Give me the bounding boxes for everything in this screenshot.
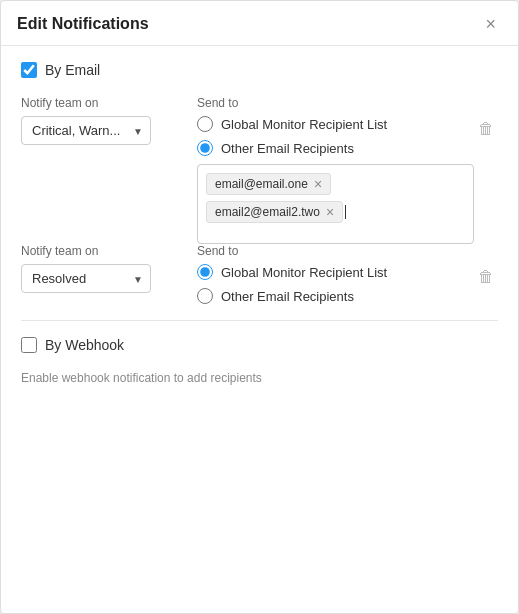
first-trash-icon[interactable]: 🗑 xyxy=(474,118,498,140)
email-tag-2-text: email2@email2.two xyxy=(215,205,320,219)
second-radio-global-row: Global Monitor Recipient List xyxy=(197,264,474,280)
email-tag-2: email2@email2.two × xyxy=(206,201,343,223)
second-notify-select[interactable]: Resolved Critical Warning Critical, Warn… xyxy=(21,264,151,293)
first-radio-global[interactable] xyxy=(197,116,213,132)
first-radio-other-label: Other Email Recipients xyxy=(221,141,354,156)
by-webhook-label: By Webhook xyxy=(45,337,124,353)
first-radio-group: Global Monitor Recipient List Other Emai… xyxy=(197,116,474,156)
email-tag-2-row: email2@email2.two × xyxy=(206,201,465,223)
second-notification-block: Notify team on Resolved Critical Warning… xyxy=(21,244,498,304)
webhook-section: By Webhook Enable webhook notification t… xyxy=(21,337,498,385)
first-notify-select[interactable]: Critical, Warn... Critical Warning Resol… xyxy=(21,116,151,145)
first-notify-label: Notify team on xyxy=(21,96,181,110)
email-checkbox-row: By Email xyxy=(21,62,498,78)
second-trash-icon[interactable]: 🗑 xyxy=(474,266,498,288)
second-radio-group: Global Monitor Recipient List Other Emai… xyxy=(197,264,474,304)
text-cursor xyxy=(345,205,346,219)
email-tag-2-close-icon[interactable]: × xyxy=(326,205,334,219)
second-radio-other[interactable] xyxy=(197,288,213,304)
email-tag-1-close-icon[interactable]: × xyxy=(314,177,322,191)
second-send-to-col: Send to Global Monitor Recipient List Ot… xyxy=(197,244,474,304)
dialog-title: Edit Notifications xyxy=(17,15,149,33)
close-button[interactable]: × xyxy=(479,13,502,35)
second-send-to-label: Send to xyxy=(197,244,474,258)
email-tag-1-text: email@email.one xyxy=(215,177,308,191)
email-tags-box[interactable]: email@email.one × email2@email2.two × xyxy=(197,164,474,244)
second-notification-section: Notify team on Resolved Critical Warning… xyxy=(21,244,474,304)
first-send-to-col: Send to Global Monitor Recipient List Ot… xyxy=(197,96,474,244)
first-radio-global-row: Global Monitor Recipient List xyxy=(197,116,474,132)
first-notification-block: Notify team on Critical, Warn... Critica… xyxy=(21,96,498,244)
first-notification-section: Notify team on Critical, Warn... Critica… xyxy=(21,96,474,244)
by-email-checkbox[interactable] xyxy=(21,62,37,78)
dialog-header: Edit Notifications × xyxy=(1,1,518,46)
second-select-wrapper: Resolved Critical Warning Critical, Warn… xyxy=(21,264,151,293)
email-tag-1: email@email.one × xyxy=(206,173,331,195)
first-notify-team-col: Notify team on Critical, Warn... Critica… xyxy=(21,96,181,145)
by-webhook-checkbox[interactable] xyxy=(21,337,37,353)
first-send-to-label: Send to xyxy=(197,96,474,110)
first-radio-global-label: Global Monitor Recipient List xyxy=(221,117,387,132)
by-email-label: By Email xyxy=(45,62,100,78)
first-select-wrapper: Critical, Warn... Critical Warning Resol… xyxy=(21,116,151,145)
second-notify-label: Notify team on xyxy=(21,244,181,258)
webhook-hint: Enable webhook notification to add recip… xyxy=(21,371,498,385)
webhook-checkbox-row: By Webhook xyxy=(21,337,498,353)
first-radio-other-row: Other Email Recipients xyxy=(197,140,474,156)
second-radio-global-label: Global Monitor Recipient List xyxy=(221,265,387,280)
second-notification-row: Notify team on Resolved Critical Warning… xyxy=(21,244,498,304)
edit-notifications-dialog: Edit Notifications × By Email Notify tea… xyxy=(0,0,519,614)
second-notify-team-col: Notify team on Resolved Critical Warning… xyxy=(21,244,181,293)
first-radio-other[interactable] xyxy=(197,140,213,156)
dialog-body: By Email Notify team on Critical, Warn..… xyxy=(1,46,518,401)
second-radio-other-row: Other Email Recipients xyxy=(197,288,474,304)
divider xyxy=(21,320,498,321)
second-radio-other-label: Other Email Recipients xyxy=(221,289,354,304)
second-radio-global[interactable] xyxy=(197,264,213,280)
